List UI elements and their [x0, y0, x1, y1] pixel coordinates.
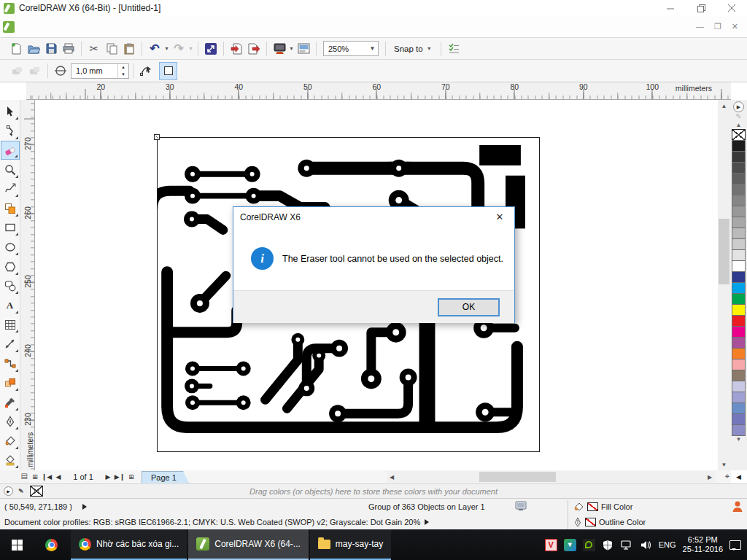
color-swatch[interactable]	[732, 370, 746, 381]
selection-handle[interactable]	[154, 134, 160, 140]
color-swatch[interactable]	[732, 228, 746, 239]
dialog-close-icon[interactable]: ✕	[485, 207, 514, 227]
text-tool[interactable]: A	[1, 296, 20, 315]
color-swatch[interactable]	[732, 173, 746, 184]
palette-expand-icon[interactable]: ◀	[736, 473, 741, 481]
rectangle-tool[interactable]	[1, 218, 20, 237]
add-page-after-icon[interactable]: ⊞	[125, 473, 137, 481]
search-content-icon[interactable]	[202, 40, 220, 58]
cut-icon[interactable]: ✂	[85, 40, 103, 58]
scroll-right-icon[interactable]: ▶	[705, 474, 715, 481]
basic-shapes-tool[interactable]	[1, 276, 20, 295]
open-icon[interactable]	[25, 40, 42, 58]
coordinates-flyout-icon[interactable]	[82, 504, 87, 510]
pick-tool[interactable]	[1, 102, 20, 121]
color-swatch[interactable]	[732, 238, 746, 250]
color-swatch[interactable]	[732, 413, 746, 425]
ellipse-tool[interactable]	[1, 238, 20, 257]
outline-pen-tool[interactable]	[1, 412, 20, 431]
color-swatch[interactable]	[732, 249, 746, 261]
new-document-icon[interactable]	[7, 40, 25, 58]
eraser-shape-square-icon[interactable]	[26, 62, 44, 79]
redo-dropdown-caret[interactable]: ▾	[187, 45, 194, 52]
doc-minimize-button[interactable]: ―	[696, 22, 704, 31]
import-icon[interactable]	[228, 40, 245, 58]
color-swatch[interactable]	[732, 162, 746, 174]
parallel-dimension-tool[interactable]	[1, 335, 20, 354]
freehand-tool[interactable]	[1, 179, 20, 198]
fill-color-indicator[interactable]: Fill Color	[573, 502, 632, 512]
first-page-icon[interactable]: ❙◀	[41, 473, 53, 481]
ok-button[interactable]: OK	[438, 298, 500, 316]
color-proof-icon[interactable]	[515, 501, 527, 511]
close-button[interactable]	[716, 0, 747, 16]
table-tool[interactable]	[1, 315, 20, 334]
tray-volume-icon[interactable]	[640, 539, 652, 551]
restore-button[interactable]	[686, 0, 716, 16]
profiles-flyout-icon[interactable]	[425, 519, 429, 525]
launcher-dropdown-caret[interactable]: ▾	[288, 45, 295, 52]
snap-to-dropdown[interactable]: Snap to ▾	[390, 44, 437, 53]
export-icon[interactable]	[245, 40, 263, 58]
scroll-up-icon[interactable]: ▲	[718, 100, 730, 112]
color-swatch[interactable]	[732, 304, 746, 316]
scroll-down-icon[interactable]: ▼	[718, 459, 730, 470]
eraser-square-shape-toggle[interactable]	[159, 62, 177, 80]
fill-tool[interactable]	[1, 432, 20, 451]
options-icon[interactable]	[445, 40, 462, 58]
vertical-ruler[interactable]: 270260250240230 millimeters	[20, 100, 35, 470]
start-button[interactable]	[0, 529, 34, 560]
blend-tool[interactable]	[1, 373, 20, 392]
tray-idm-icon[interactable]: ▼	[564, 539, 576, 551]
print-icon[interactable]	[60, 40, 77, 58]
undo-icon[interactable]: ↶	[146, 40, 163, 58]
color-swatch[interactable]	[732, 381, 746, 392]
color-eyedropper-tool[interactable]	[1, 393, 20, 412]
color-swatch[interactable]	[732, 195, 746, 206]
doc-close-button[interactable]: ✕	[732, 22, 738, 31]
application-launcher-icon[interactable]	[271, 40, 288, 58]
color-swatch[interactable]	[732, 359, 746, 370]
shape-tool[interactable]	[1, 122, 20, 141]
spinner-up-icon[interactable]: ▲	[118, 64, 128, 71]
account-icon[interactable]	[732, 500, 743, 513]
color-swatch[interactable]	[732, 402, 746, 414]
minimize-button[interactable]	[655, 0, 686, 16]
color-swatch[interactable]	[732, 271, 746, 283]
auto-reduce-nodes-icon[interactable]	[137, 62, 155, 79]
taskbar-clock[interactable]: 6:52 PM 25-11-2016	[683, 535, 723, 554]
color-swatch[interactable]	[732, 260, 746, 272]
dialog-title-bar[interactable]: CorelDRAW X6 ✕	[233, 207, 514, 227]
vertical-scrollbar[interactable]: ▲ ▼	[718, 100, 730, 470]
color-swatch[interactable]	[732, 140, 746, 152]
no-color-swatch[interactable]	[732, 129, 746, 141]
interactive-fill-tool[interactable]	[1, 451, 20, 470]
color-swatch[interactable]	[732, 392, 746, 403]
color-swatch[interactable]	[732, 348, 746, 359]
previous-page-icon[interactable]: ◀	[53, 473, 64, 481]
palette-scroll-down-icon[interactable]: ▼	[736, 436, 742, 444]
smart-fill-tool[interactable]	[1, 199, 20, 218]
pan-zoom-icon[interactable]: ⌖	[725, 472, 729, 481]
save-icon[interactable]	[42, 40, 60, 58]
zoom-tool[interactable]	[1, 160, 20, 179]
taskbar-chrome-pinned[interactable]	[34, 529, 69, 560]
color-swatch[interactable]	[732, 424, 746, 436]
language-indicator[interactable]: ENG	[659, 540, 676, 549]
color-swatch[interactable]	[732, 282, 746, 294]
horizontal-scrollbar[interactable]: ◀ ▶	[387, 471, 715, 483]
eraser-thickness-input[interactable]: 1,0 mm ▲▼	[71, 63, 129, 79]
outline-color-indicator[interactable]: Outline Color	[573, 517, 646, 527]
eraser-tool[interactable]	[1, 141, 20, 160]
taskbar-folder-window[interactable]: may-say-tay	[310, 529, 391, 560]
tray-network-icon[interactable]	[621, 539, 633, 551]
tray-defender-icon[interactable]	[602, 539, 614, 551]
spinner-down-icon[interactable]: ▼	[118, 71, 128, 78]
tray-v-icon[interactable]: V	[545, 539, 557, 551]
palette-flyout-button[interactable]: ▶	[733, 101, 744, 112]
color-swatch[interactable]	[732, 217, 746, 228]
undo-dropdown-caret[interactable]: ▾	[163, 45, 170, 52]
zoom-level-select[interactable]: 250% ▼	[323, 41, 379, 56]
page-tab[interactable]: Page 1	[142, 471, 189, 483]
doc-restore-button[interactable]: ❐	[714, 22, 721, 31]
